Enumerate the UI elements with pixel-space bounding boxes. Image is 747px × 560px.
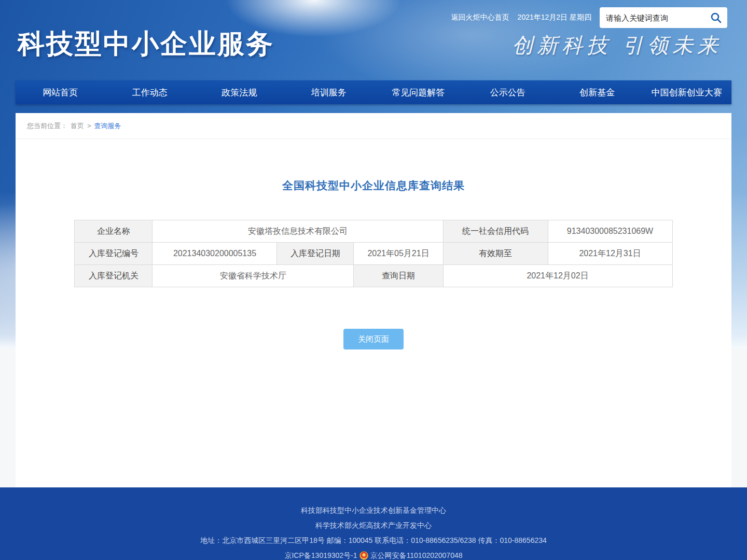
value-registration-authority: 安徽省科学技术厅 — [153, 265, 354, 287]
site-title: 科技型中小企业服务 — [18, 26, 274, 62]
lower-content-area — [16, 348, 731, 487]
value-query-date: 2021年12月02日 — [443, 265, 672, 287]
nav-item-work-news[interactable]: 工作动态 — [105, 80, 195, 104]
breadcrumb-separator: > — [87, 122, 91, 130]
footer-contact-line: 地址：北京市西城区三里河二区甲18号 邮编：100045 联系电话：010-88… — [0, 533, 747, 548]
label-credit-code: 统一社会信用代码 — [443, 220, 548, 243]
site-slogan: 创新科技 引领未来 — [512, 31, 722, 60]
table-row: 入库登记机关 安徽省科学技术厅 查询日期 2021年12月02日 — [75, 265, 672, 287]
label-valid-until: 有效期至 — [443, 243, 548, 265]
value-valid-until: 2021年12月31日 — [548, 243, 672, 265]
value-company-name: 安徽塔孜信息技术有限公司 — [153, 220, 443, 243]
nav-item-innovation-fund[interactable]: 创新基金 — [552, 80, 642, 104]
header-sky-banner: 返回火炬中心首页 2021年12月2日 星期四 科技型中小企业服务 创新科技 引… — [0, 0, 747, 348]
header-topbar: 返回火炬中心首页 2021年12月2日 星期四 — [451, 7, 727, 28]
page-title: 全国科技型中小企业信息库查询结果 — [16, 178, 731, 193]
search-icon[interactable] — [710, 11, 722, 24]
return-torch-center-link[interactable]: 返回火炬中心首页 — [451, 13, 509, 22]
nav-item-faq[interactable]: 常见问题解答 — [374, 80, 463, 104]
nav-item-announcements[interactable]: 公示公告 — [463, 80, 553, 104]
breadcrumb-prefix: 您当前位置： — [27, 121, 67, 131]
search-box — [600, 7, 727, 28]
breadcrumb: 您当前位置： 首页 > 查询服务 — [16, 113, 731, 139]
label-registration-date: 入库登记日期 — [277, 243, 354, 265]
content-card: 您当前位置： 首页 > 查询服务 全国科技型中小企业信息库查询结果 企业名称 安… — [16, 113, 731, 348]
security-record-link[interactable]: 京公网安备11010202007048 — [370, 548, 463, 560]
label-company-name: 企业名称 — [75, 220, 153, 243]
close-page-button[interactable]: 关闭页面 — [343, 329, 404, 349]
nav-item-innovation-competition[interactable]: 中国创新创业大赛 — [642, 80, 732, 104]
footer-org-line2: 科学技术部火炬高技术产业开发中心 — [0, 518, 747, 533]
value-credit-code: 91340300085231069W — [548, 220, 672, 243]
label-registration-number: 入库登记编号 — [75, 243, 153, 265]
query-result-table: 企业名称 安徽塔孜信息技术有限公司 统一社会信用代码 9134030008523… — [74, 220, 672, 287]
footer-record-line: 京ICP备13019302号-1 京公网安备11010202007048 — [0, 548, 747, 560]
breadcrumb-home-link[interactable]: 首页 — [71, 121, 84, 131]
table-row: 入库登记编号 202134030200005135 入库登记日期 2021年05… — [75, 243, 672, 265]
page-footer: 科技部科技型中小企业技术创新基金管理中心 科学技术部火炬高技术产业开发中心 地址… — [0, 487, 747, 560]
icp-record-link[interactable]: 京ICP备13019302号-1 — [284, 548, 357, 560]
current-date-text: 2021年12月2日 星期四 — [518, 13, 591, 22]
nav-item-home[interactable]: 网站首页 — [16, 80, 105, 104]
table-row: 企业名称 安徽塔孜信息技术有限公司 统一社会信用代码 9134030008523… — [75, 220, 672, 243]
footer-org-line1: 科技部科技型中小企业技术创新基金管理中心 — [0, 503, 747, 518]
search-input[interactable] — [606, 13, 710, 22]
lower-background-strip — [0, 348, 747, 487]
label-registration-authority: 入库登记机关 — [75, 265, 153, 287]
public-security-badge-icon — [359, 551, 368, 560]
label-query-date: 查询日期 — [354, 265, 443, 287]
nav-item-policies[interactable]: 政策法规 — [195, 80, 284, 104]
value-registration-date: 2021年05月21日 — [354, 243, 443, 265]
breadcrumb-current-link[interactable]: 查询服务 — [94, 121, 121, 131]
value-registration-number: 202134030200005135 — [153, 243, 277, 265]
main-nav: 网站首页 工作动态 政策法规 培训服务 常见问题解答 公示公告 创新基金 中国创… — [16, 80, 731, 104]
nav-item-training[interactable]: 培训服务 — [284, 80, 374, 104]
